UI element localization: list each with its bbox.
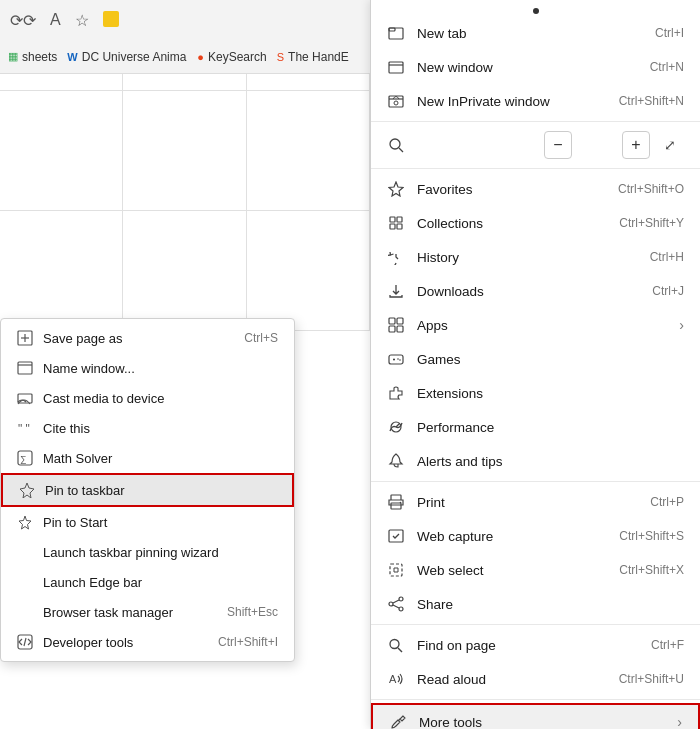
svg-point-37	[400, 502, 402, 504]
cal-cell-4	[247, 91, 370, 210]
svg-rect-39	[390, 564, 402, 576]
ctx-launch-edge-bar[interactable]: Launch Edge bar	[1, 567, 294, 597]
svg-line-46	[398, 648, 402, 652]
cal-cell-10	[123, 211, 246, 330]
menu-web-capture-label: Web capture	[417, 529, 607, 544]
bookmark-sheets[interactable]: ▦ sheets	[8, 50, 57, 64]
ctx-launch-taskbar-wizard[interactable]: Launch taskbar pinning wizard	[1, 537, 294, 567]
ctx-cast-media[interactable]: Cast media to device	[1, 383, 294, 413]
svg-point-17	[394, 101, 398, 105]
menu-games[interactable]: Games	[371, 342, 700, 376]
menu-collections[interactable]: Collections Ctrl+Shift+Y	[371, 206, 700, 240]
menu-history[interactable]: History Ctrl+H	[371, 240, 700, 274]
menu-apps-arrow: ›	[679, 317, 684, 333]
bookmark-handE-label: The HandE	[288, 50, 349, 64]
menu-performance[interactable]: Performance	[371, 410, 700, 444]
svg-line-44	[393, 605, 399, 608]
menu-alerts[interactable]: Alerts and tips	[371, 444, 700, 478]
menu-inprivate[interactable]: New InPrivate window Ctrl+Shift+N	[371, 84, 700, 118]
svg-point-18	[390, 139, 400, 149]
web-capture-icon	[387, 527, 405, 545]
note-icon-yellow[interactable]	[103, 11, 119, 27]
performance-icon	[387, 418, 405, 436]
ctx-developer-tools[interactable]: Developer tools Ctrl+Shift+I	[1, 627, 294, 657]
ctx-pin-start[interactable]: Pin to Start	[1, 507, 294, 537]
menu-read-aloud[interactable]: A Read aloud Ctrl+Shift+U	[371, 662, 700, 696]
cal-header-wed	[123, 74, 246, 90]
zoom-icon	[387, 136, 405, 154]
svg-text:"  ": " "	[18, 422, 30, 436]
svg-rect-26	[389, 326, 395, 332]
favorites-star-icon[interactable]: ☆	[75, 11, 89, 30]
zoom-controls: − + ⤢	[544, 131, 684, 159]
ctx-save-page-as[interactable]: Save page as Ctrl+S	[1, 323, 294, 353]
menu-inprivate-shortcut: Ctrl+Shift+N	[619, 94, 684, 108]
menu-share-label: Share	[417, 597, 684, 612]
menu-print-label: Print	[417, 495, 638, 510]
cal-cell-2	[0, 91, 123, 210]
menu-web-select[interactable]: Web select Ctrl+Shift+X	[371, 553, 700, 587]
ctx-task-manager-shortcut: Shift+Esc	[227, 605, 278, 619]
media-icon[interactable]: ⟳⟳	[10, 11, 36, 30]
svg-rect-23	[397, 224, 402, 229]
ctx-pin-taskbar[interactable]: Pin to taskbar	[1, 473, 294, 507]
bookmark-keysearch-label: KeySearch	[208, 50, 267, 64]
menu-divider-1	[371, 121, 700, 122]
ctx-launch-edge-label: Launch Edge bar	[43, 575, 278, 590]
bookmarks-bar: ▦ sheets W DC Universe Anima... ● KeySea…	[0, 40, 370, 74]
menu-find-on-page[interactable]: Find on page Ctrl+F	[371, 628, 700, 662]
collections-icon	[387, 214, 405, 232]
bookmark-dc-label: DC Universe Anima...	[82, 50, 188, 64]
menu-extensions[interactable]: Extensions	[371, 376, 700, 410]
menu-new-tab-label: New tab	[417, 26, 643, 41]
calendar-day-headers	[0, 74, 370, 91]
apps-icon	[387, 316, 405, 334]
ctx-math-solver-label: Math Solver	[43, 451, 278, 466]
menu-print[interactable]: Print Ctrl+P	[371, 485, 700, 519]
ctx-browser-task-manager[interactable]: Browser task manager Shift+Esc	[1, 597, 294, 627]
new-tab-icon	[387, 24, 405, 42]
svg-rect-36	[391, 503, 401, 509]
menu-web-capture[interactable]: Web capture Ctrl+Shift+S	[371, 519, 700, 553]
font-icon[interactable]: A	[50, 11, 61, 30]
launch-edge-icon	[17, 574, 33, 590]
menu-downloads[interactable]: Downloads Ctrl+J	[371, 274, 700, 308]
menu-new-tab[interactable]: New tab Ctrl+I	[371, 16, 700, 50]
ctx-cite-this[interactable]: " " Cite this	[1, 413, 294, 443]
ctx-math-solver[interactable]: ∑ Math Solver	[1, 443, 294, 473]
menu-web-capture-shortcut: Ctrl+Shift+S	[619, 529, 684, 543]
menu-web-select-shortcut: Ctrl+Shift+X	[619, 563, 684, 577]
svg-rect-11	[389, 28, 403, 39]
ctx-dev-tools-label: Developer tools	[43, 635, 208, 650]
find-on-page-icon	[387, 636, 405, 654]
svg-point-31	[397, 358, 399, 360]
bookmark-keysearch[interactable]: ● KeySearch	[197, 50, 266, 64]
calendar-row-1	[0, 91, 370, 211]
menu-new-window[interactable]: New window Ctrl+N	[371, 50, 700, 84]
inprivate-icon	[387, 92, 405, 110]
bookmark-dc[interactable]: W DC Universe Anima...	[67, 50, 187, 64]
menu-apps[interactable]: Apps ›	[371, 308, 700, 342]
menu-share[interactable]: Share	[371, 587, 700, 621]
menu-more-tools[interactable]: More tools ›	[371, 703, 700, 729]
bookmark-handE[interactable]: S The HandE	[277, 50, 349, 64]
menu-new-tab-shortcut: Ctrl+I	[655, 26, 684, 40]
svg-rect-28	[389, 355, 403, 364]
cal-cell-9	[0, 211, 123, 330]
menu-divider-4	[371, 624, 700, 625]
menu-zoom-row: − + ⤢	[371, 125, 700, 165]
menu-divider-2	[371, 168, 700, 169]
math-solver-icon: ∑	[17, 450, 33, 466]
zoom-decrease-button[interactable]: −	[544, 131, 572, 159]
bookmark-sheets-label: sheets	[22, 50, 57, 64]
menu-apps-label: Apps	[417, 318, 667, 333]
svg-rect-22	[390, 224, 395, 229]
svg-line-10	[24, 638, 26, 646]
svg-rect-38	[389, 530, 403, 542]
ctx-name-window[interactable]: Name window...	[1, 353, 294, 383]
zoom-expand-button[interactable]: ⤢	[656, 131, 684, 159]
menu-history-label: History	[417, 250, 638, 265]
menu-favorites[interactable]: Favorites Ctrl+Shift+O	[371, 172, 700, 206]
dev-tools-icon	[17, 634, 33, 650]
zoom-increase-button[interactable]: +	[622, 131, 650, 159]
